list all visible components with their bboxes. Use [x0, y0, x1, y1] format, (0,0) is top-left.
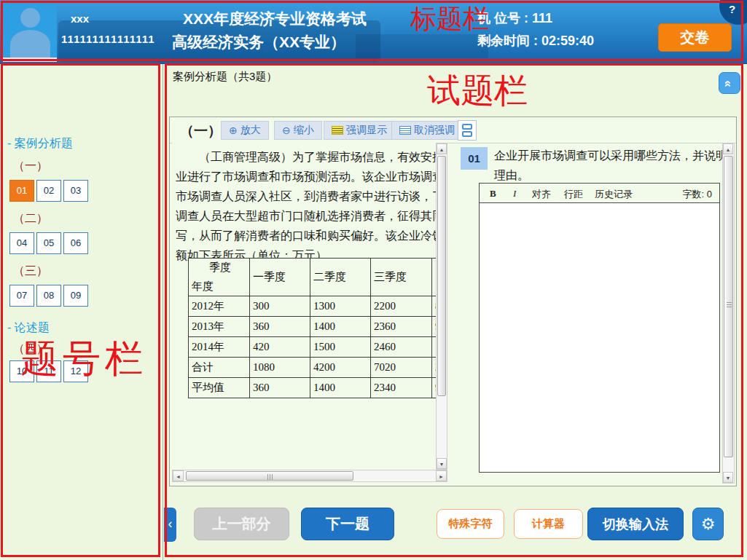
sidebar-toggle-button[interactable]: ‹	[164, 508, 176, 542]
answer-editor-body[interactable]	[480, 203, 719, 472]
machine-number-label: 机 位号 : 111	[477, 9, 552, 27]
question-button-12[interactable]: 12	[63, 360, 88, 382]
question-button-07[interactable]: 07	[9, 285, 34, 307]
table-cell: 2014年	[189, 337, 250, 358]
table-cell: 2200	[371, 296, 432, 317]
stem-line: 调查人员在大型超市门口随机选择消费者，征得其同	[172, 206, 436, 226]
section-label-2: （二）	[13, 211, 48, 226]
question-button-01[interactable]: 01	[9, 180, 34, 202]
scrollbar-thumb[interactable]	[437, 156, 446, 396]
table-cell: 2012年	[189, 296, 250, 317]
table-cell: 平均值	[189, 378, 250, 398]
scroll-down-arrow[interactable]: ▼	[437, 458, 447, 469]
table-cell: 360	[250, 378, 310, 398]
highlight-label: 强调显示	[346, 124, 387, 137]
highlight-button[interactable]: 强调显示	[324, 121, 395, 140]
switch-ime-button[interactable]: 切换输入法	[587, 508, 684, 540]
table-cell: 300	[250, 296, 310, 317]
question-number-sidebar: - 案例分析题 （一） 01 02 03 （二） 04 05 06 （三） 07…	[0, 64, 163, 560]
remaining-time-label: 剩余时间 : 02:59:40	[477, 32, 594, 50]
scrollbar-thumb[interactable]	[724, 156, 733, 457]
exam-app-window: xxx 111111111111111 XXX年度经济专业资格考试 高级经济实务…	[0, 0, 747, 560]
question-button-05[interactable]: 05	[36, 232, 61, 254]
prev-section-button[interactable]: 上一部分	[194, 508, 289, 540]
avatar	[3, 2, 57, 62]
special-chars-button[interactable]: 特殊字符	[437, 509, 504, 539]
table-cell: 360	[250, 317, 310, 337]
avatar-body-icon	[10, 30, 50, 59]
question-button-06[interactable]: 06	[63, 232, 88, 254]
answer-editor: B I 对齐 行距 历史记录 字数: 0	[479, 183, 720, 473]
unhighlight-label: 取消强调	[414, 124, 455, 137]
user-name: xxx	[71, 12, 89, 25]
section-label-4: （四）	[13, 342, 48, 357]
question-button-10[interactable]: 10	[9, 360, 34, 382]
submit-paper-button[interactable]: 交卷	[658, 23, 732, 52]
stem-line: 市场调查人员深入社区，到消费者家中进行访谈，了	[172, 186, 436, 206]
split-layout-button[interactable]	[458, 120, 477, 141]
question-button-03[interactable]: 03	[63, 180, 88, 202]
table-header: 一季度	[250, 259, 310, 296]
scroll-right-arrow[interactable]: ►	[436, 470, 447, 481]
calculator-button[interactable]: 计算器	[514, 509, 583, 539]
editor-toolbar: B I 对齐 行距 历史记录 字数: 0	[480, 184, 719, 203]
history-button[interactable]: 历史记录	[595, 188, 633, 201]
table-cell: 2013年	[189, 317, 250, 337]
question-area: 案例分析题（共3题） « （一） ⊕ 放大 ⊖ 缩小 强调显示	[163, 64, 747, 560]
bold-button[interactable]: B	[490, 188, 496, 200]
thumb-grip	[727, 302, 732, 307]
sidebar-group-essay[interactable]: - 论述题	[7, 320, 50, 336]
question-horizontal-scrollbar[interactable]: ◄ ►	[172, 470, 447, 482]
double-chevron-up-icon: «	[721, 80, 735, 87]
sales-data-table: 季度 年度 一季度 二季度 三季度 四季度 2012年 300 1300 220…	[188, 258, 436, 398]
next-question-button[interactable]: 下一题	[301, 508, 394, 540]
thumb-grip	[267, 474, 273, 480]
question-vertical-scrollbar[interactable]: ▲ ▼	[436, 143, 447, 470]
table-cell: 2360	[371, 317, 432, 337]
zoom-in-button[interactable]: ⊕ 放大	[221, 121, 269, 140]
help-button[interactable]: ?	[719, 0, 747, 25]
settings-button[interactable]: ⚙	[692, 508, 724, 540]
answer-question-text: 企业开展市场调查可以采用哪些方法，并说明理由。	[494, 146, 736, 185]
table-cell: 7020	[371, 358, 432, 378]
table-cell: 1080	[250, 358, 310, 378]
table-cell: 4200	[310, 358, 371, 378]
zoom-out-button[interactable]: ⊖ 缩小	[274, 121, 322, 140]
help-icon: ?	[729, 3, 735, 15]
answer-question-number: 01	[461, 147, 488, 170]
exam-title: XXX年度经济专业资格考试	[168, 9, 382, 29]
line-spacing-button[interactable]: 行距	[564, 188, 583, 201]
question-button-08[interactable]: 08	[36, 285, 61, 307]
scrollbar-thumb[interactable]	[186, 471, 353, 481]
unhighlight-button[interactable]: 取消强调	[391, 121, 463, 140]
zoom-in-label: 放大	[240, 124, 261, 137]
italic-button[interactable]: I	[513, 188, 516, 200]
question-button-02[interactable]: 02	[36, 180, 61, 202]
table-cell: 420	[250, 337, 310, 358]
gear-icon: ⚙	[701, 515, 716, 533]
question-stem-area: （工商管理高级）为了掌握市场信息，有效安排 业进行了市场调查和市场预测活动。该企…	[172, 143, 436, 470]
scroll-left-arrow[interactable]: ◄	[173, 470, 184, 481]
question-button-11[interactable]: 11	[36, 360, 61, 382]
zoom-out-icon: ⊖	[282, 125, 291, 136]
stem-line: 业进行了市场调查和市场预测活动。该企业市场调查	[172, 167, 436, 186]
table-cell: 1300	[310, 296, 371, 317]
scroll-up-arrow[interactable]: ▲	[723, 143, 733, 154]
table-cell: 1500	[310, 337, 371, 358]
highlight-icon	[332, 126, 343, 135]
avatar-head-icon	[20, 8, 40, 28]
sidebar-group-case-analysis[interactable]: - 案例分析题	[7, 136, 73, 151]
align-button[interactable]: 对齐	[532, 188, 551, 201]
table-cell: 合计	[189, 358, 250, 378]
scroll-up-arrow[interactable]: ▲	[437, 143, 447, 154]
collapse-panel-button[interactable]: «	[719, 72, 740, 94]
table-cell: 1400	[310, 317, 371, 337]
question-button-09[interactable]: 09	[63, 285, 88, 307]
question-button-04[interactable]: 04	[9, 232, 34, 254]
answer-vertical-scrollbar[interactable]: ▲ ▼	[722, 143, 735, 484]
exam-subtitle: 高级经济实务（XX专业）	[172, 32, 345, 52]
scroll-down-arrow[interactable]: ▼	[723, 472, 733, 483]
title-bar: xxx 111111111111111 XXX年度经济专业资格考试 高级经济实务…	[0, 0, 747, 64]
stem-line: 写，从而了解消费者的口味和购买偏好。该企业冷饮	[172, 226, 436, 245]
user-id: 111111111111111	[61, 33, 155, 45]
